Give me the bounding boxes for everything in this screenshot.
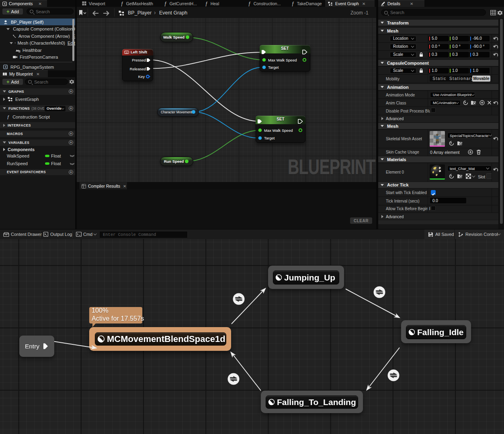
svg-text:Max Walk Speed: Max Walk Speed [268,58,297,62]
svg-text:Target: Target [268,65,279,70]
svg-text:Target: Target [264,136,275,140]
svg-text:Max Walk Speed: Max Walk Speed [264,128,293,133]
